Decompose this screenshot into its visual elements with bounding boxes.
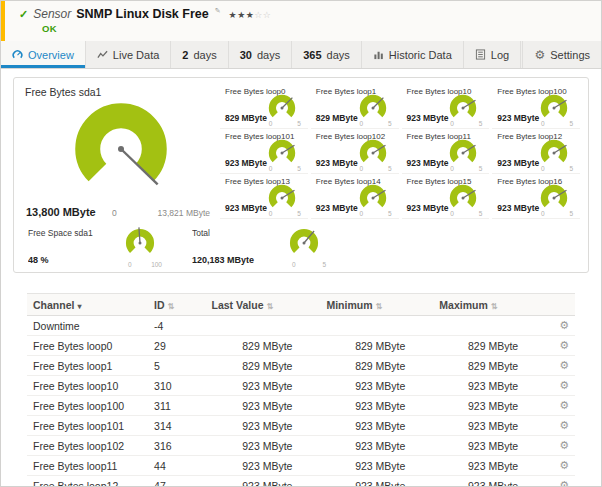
- gauges-panel: Free Bytes sda1 13,800 MByte 0 13,821 MB…: [13, 77, 589, 273]
- channel-lastvalue-cell: 829 MByte: [206, 356, 321, 376]
- channel-minimum-cell: 829 MByte: [320, 336, 433, 356]
- channel-gauge-scale: 05: [269, 165, 301, 172]
- tab-historic-data[interactable]: Historic Data: [362, 41, 464, 68]
- channel-gauge-scale: 05: [450, 120, 482, 127]
- channel-id-cell: 311: [148, 396, 205, 416]
- channel-gauge-value: 923 MByte: [497, 158, 539, 168]
- channel-settings-icon[interactable]: ⚙: [559, 339, 569, 351]
- channel-name-cell[interactable]: Free Bytes loop102: [27, 436, 148, 456]
- channel-id-cell: 310: [148, 376, 205, 396]
- tab-live-data[interactable]: Live Data: [86, 41, 171, 68]
- channel-table-body: Downtime -4 ⚙ Free Bytes loop0 29 829 MB…: [27, 316, 575, 487]
- channel-gauge-scale: 05: [360, 120, 392, 127]
- channel-settings-icon[interactable]: ⚙: [559, 379, 569, 391]
- table-row-5[interactable]: Free Bytes loop1 5 829 MByte 829 MByte 8…: [27, 356, 575, 376]
- primary-gauge-scale-min: 0: [112, 208, 117, 218]
- table-row-314[interactable]: Free Bytes loop101 314 923 MByte 923 MBy…: [27, 416, 575, 436]
- channel-gauge-card[interactable]: Free Bytes loop13 923 MByte 05: [220, 174, 308, 219]
- channel-gauge-card[interactable]: Free Bytes loop12 923 MByte 05: [492, 129, 580, 174]
- table-row-316[interactable]: Free Bytes loop102 316 923 MByte 923 MBy…: [27, 436, 575, 456]
- channel-gauge-card[interactable]: Free Bytes loop0 829 MByte 05: [220, 84, 308, 129]
- channel-name-cell[interactable]: Free Bytes loop0: [27, 336, 148, 356]
- summary-gauge-card[interactable]: Free Space sda1 48 % 0100: [28, 225, 178, 268]
- channel-name-cell[interactable]: Free Bytes loop100: [27, 396, 148, 416]
- tab-settings[interactable]: ⚙ Settings: [522, 41, 601, 68]
- primary-channel-gauge-card[interactable]: Free Bytes sda1 13,800 MByte 0 13,821 MB…: [22, 84, 220, 220]
- column-header[interactable]: Last Value⇅: [206, 294, 321, 316]
- tab-365-days[interactable]: 365 days: [292, 41, 362, 68]
- column-header[interactable]: Channel▾: [27, 294, 148, 316]
- object-kind-label: Sensor: [33, 7, 71, 21]
- table-row-44[interactable]: Free Bytes loop11 44 923 MByte 923 MByte…: [27, 456, 575, 476]
- channel-gauge-card[interactable]: Free Bytes loop10 923 MByte 05: [402, 84, 490, 129]
- summary-gauge-value: 120,183 MByte: [192, 255, 254, 265]
- channel-name-cell[interactable]: Free Bytes loop1: [27, 356, 148, 376]
- channel-settings-icon[interactable]: ⚙: [559, 399, 569, 411]
- column-header[interactable]: ID⇅: [148, 294, 205, 316]
- channel-maximum-cell: 829 MByte: [433, 356, 546, 376]
- channel-lastvalue-cell: [206, 316, 321, 336]
- primary-channel-title: Free Bytes sda1: [22, 84, 220, 98]
- tab-30-days[interactable]: 30 days: [229, 41, 293, 68]
- channel-maximum-cell: 923 MByte: [433, 436, 546, 456]
- channel-gauge-card[interactable]: Free Bytes loop14 923 MByte 05: [311, 174, 399, 219]
- tab-log[interactable]: Log: [464, 41, 521, 68]
- channel-gauge-card[interactable]: Free Bytes loop16 923 MByte 05: [492, 174, 580, 219]
- channel-gauge-value: 923 MByte: [407, 203, 449, 213]
- channel-gauge-grid: Free Bytes loop0 829 MByte 05 Free Bytes…: [220, 84, 580, 220]
- tab-overview[interactable]: Overview: [1, 41, 86, 68]
- channel-name-cell[interactable]: Free Bytes loop11: [27, 456, 148, 476]
- channel-gauge-card[interactable]: Free Bytes loop100 923 MByte 05: [492, 84, 580, 129]
- sort-icon: ⇅: [266, 302, 273, 311]
- channel-gauge-scale: 05: [450, 165, 482, 172]
- channel-name-cell[interactable]: Free Bytes loop101: [27, 416, 148, 436]
- channel-gauge-value: 923 MByte: [407, 158, 449, 168]
- channel-gauge: [448, 183, 478, 213]
- channel-maximum-cell: 923 MByte: [433, 396, 546, 416]
- sensor-page: ✓ Sensor SNMP Linux Disk Free ✎ ★★★☆☆ OK…: [0, 0, 602, 487]
- channel-gauge-value: 923 MByte: [497, 203, 539, 213]
- edit-icon[interactable]: ✎: [215, 7, 221, 15]
- channel-gauge: [267, 183, 297, 213]
- priority-stars[interactable]: ★★★☆☆: [229, 10, 272, 20]
- channel-gauge-card[interactable]: Free Bytes loop15 923 MByte 05: [402, 174, 490, 219]
- channel-gauge: [539, 138, 569, 168]
- tab-2-days[interactable]: 2 days: [171, 41, 228, 68]
- channel-settings-icon[interactable]: ⚙: [559, 359, 569, 371]
- channel-table-section: Channel▾ ID⇅ Last Value⇅ Minimum⇅ Maximu…: [27, 293, 575, 486]
- channel-name-cell[interactable]: Free Bytes loop10: [27, 376, 148, 396]
- channel-minimum-cell: 923 MByte: [320, 436, 433, 456]
- summary-gauge-scale: 0100: [128, 261, 162, 268]
- summary-gauge-card[interactable]: Total 120,183 MByte 05: [192, 225, 342, 268]
- channel-lastvalue-cell: 923 MByte: [206, 376, 321, 396]
- channel-id-cell: 29: [148, 336, 205, 356]
- column-header[interactable]: Maximum⇅: [433, 294, 546, 316]
- channel-name-cell[interactable]: Downtime: [27, 316, 148, 336]
- table-row--4[interactable]: Downtime -4 ⚙: [27, 316, 575, 336]
- channel-gauge-value: 923 MByte: [407, 113, 449, 123]
- channel-settings-icon[interactable]: ⚙: [559, 319, 569, 331]
- primary-channel-value: 13,800 MByte: [26, 206, 96, 218]
- channel-settings-icon[interactable]: ⚙: [559, 459, 569, 471]
- channel-gauge-card[interactable]: Free Bytes loop11 923 MByte 05: [402, 129, 490, 174]
- table-row-310[interactable]: Free Bytes loop10 310 923 MByte 923 MByt…: [27, 376, 575, 396]
- channel-maximum-cell: 923 MByte: [433, 476, 546, 487]
- channel-id-cell: 44: [148, 456, 205, 476]
- channel-gauge-card[interactable]: Free Bytes loop102 923 MByte 05: [311, 129, 399, 174]
- table-row-311[interactable]: Free Bytes loop100 311 923 MByte 923 MBy…: [27, 396, 575, 416]
- channel-gauge-scale: 05: [269, 210, 301, 217]
- summary-gauge-scale: 05: [292, 261, 326, 268]
- channel-settings-icon[interactable]: ⚙: [559, 419, 569, 431]
- column-header[interactable]: Minimum⇅: [320, 294, 433, 316]
- table-row-47[interactable]: Free Bytes loop12 47 923 MByte 923 MByte…: [27, 476, 575, 487]
- channel-settings-icon[interactable]: ⚙: [559, 479, 569, 486]
- channel-settings-icon[interactable]: ⚙: [559, 439, 569, 451]
- priority-stars-filled: ★★★: [229, 10, 255, 20]
- channel-gauge-scale: 05: [541, 210, 573, 217]
- channel-name-cell[interactable]: Free Bytes loop12: [27, 476, 148, 487]
- channel-gauge-card[interactable]: Free Bytes loop101 923 MByte 05: [220, 129, 308, 174]
- channel-gauge-card[interactable]: Free Bytes loop1 829 MByte 05: [311, 84, 399, 129]
- table-row-29[interactable]: Free Bytes loop0 29 829 MByte 829 MByte …: [27, 336, 575, 356]
- summary-gauge: [288, 227, 320, 259]
- channel-gauge: [267, 93, 297, 123]
